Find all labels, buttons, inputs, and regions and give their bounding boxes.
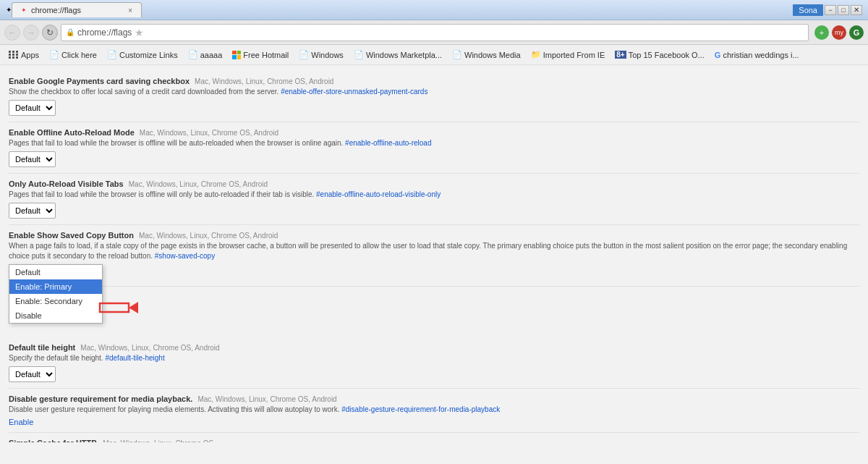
flag-desc: Specify the default tile height. #defaul…	[9, 353, 859, 363]
back-button[interactable]: ←	[4, 25, 20, 41]
add-page-button[interactable]: +	[814, 25, 829, 40]
bookmark-customize[interactable]: 📄 Customize Links	[103, 48, 182, 61]
browser-favicon: ✦	[6, 6, 12, 14]
minimize-button[interactable]: −	[825, 5, 836, 15]
nav-action-buttons: + my G	[814, 25, 864, 40]
bookmark-aaaaa[interactable]: 📄 aaaaa	[184, 48, 227, 61]
flag-platform: Mac, Windows, Linux, Chrome OS, Android	[195, 77, 333, 85]
flag-select-auto-reload-visible[interactable]: Default	[9, 203, 56, 219]
bookmark-label: Click here	[61, 51, 97, 59]
folder-icon: 📁	[531, 50, 541, 59]
refresh-button[interactable]: ↻	[42, 25, 58, 41]
hotmail-icon	[232, 51, 241, 59]
page-icon: 📄	[107, 50, 117, 59]
flag-select-tile-height[interactable]: Default	[9, 366, 56, 382]
content-area: Enable Google Payments card saving check…	[0, 65, 868, 442]
flag-platform: Mac, Windows, Linux, Chrome OS, Android	[129, 180, 268, 188]
close-button[interactable]: ✕	[851, 5, 862, 15]
flag-title: Enable Show Saved Copy Button	[9, 231, 134, 240]
lock-icon: 🔒	[66, 28, 75, 36]
bookmark-windows-marketplace[interactable]: 📄 Windows Marketpla...	[349, 48, 446, 61]
g-icon: G	[715, 51, 721, 59]
bookmark-label: christian weddings i...	[723, 51, 799, 59]
forward-button[interactable]: →	[23, 25, 39, 41]
flag-simple-cache: Simple Cache for HTTP. Mac, Windows, Lin…	[9, 433, 859, 442]
navigation-bar: ← → ↻ 🔒 chrome://flags ★ + my G	[0, 20, 868, 45]
flag-title: Simple Cache for HTTP.	[9, 439, 98, 442]
apps-label: Apps	[21, 51, 39, 59]
flag-platform: Mac, Windows, Linux, Chrome OS, Android	[140, 129, 278, 137]
flag-anchor[interactable]: #enable-offer-store-unmasked-payment-car…	[281, 88, 427, 96]
flag-desc: Show the checkbox to offer local saving …	[9, 87, 859, 97]
flag-auto-reload-visible: Only Auto-Reload Visible Tabs Mac, Windo…	[9, 174, 859, 225]
flag-anchor[interactable]: #enable-offline-auto-reload	[345, 139, 431, 147]
bookmark-label: Top 15 Facebook O...	[629, 51, 705, 59]
enable-gesture-link[interactable]: Enable	[9, 418, 33, 426]
flag-google-payments: Enable Google Payments card saving check…	[9, 71, 859, 122]
flag-title: Disable gesture requirement for media pl…	[9, 395, 192, 403]
flag-show-saved-copy: Enable Show Saved Copy Button Mac, Windo…	[9, 225, 859, 287]
flag-title: Enable Offline Auto-Reload Mode	[9, 128, 135, 137]
dropdown-option-enable-secondary[interactable]: Enable: Secondary	[9, 294, 102, 308]
bookmark-star-button[interactable]: ★	[135, 27, 144, 38]
svg-marker-1	[129, 302, 138, 313]
google-button[interactable]: G	[849, 25, 864, 40]
dropdown-option-enable-primary[interactable]: Enable: Primary	[9, 279, 102, 294]
flag-anchor[interactable]: #default-tile-height	[105, 354, 164, 362]
my-button[interactable]: my	[832, 25, 846, 40]
bookmark-imported-from-ie[interactable]: 📁 Imported From IE	[527, 48, 610, 61]
user-name: Sona	[793, 4, 823, 16]
bookmarks-apps[interactable]: Apps	[4, 49, 43, 61]
bookmark-label: Customize Links	[119, 51, 178, 59]
tab-favicon: ✦	[21, 7, 27, 14]
bookmark-hotmail[interactable]: Free Hotmail	[228, 49, 293, 61]
flag-select-google-payments[interactable]: Default	[9, 100, 56, 116]
flag-default-tile-height: Default tile height Mac, Windows, Linux,…	[9, 337, 859, 389]
bookmark-facebook[interactable]: 8+ Top 15 Facebook O...	[610, 49, 709, 61]
maximize-button[interactable]: □	[838, 5, 849, 15]
bookmark-windows-media[interactable]: 📄 Windows Media	[448, 48, 525, 61]
flags-list: Enable Google Payments card saving check…	[0, 65, 868, 442]
bookmark-label: Windows Media	[464, 51, 521, 59]
tab-title: chrome://flags	[31, 6, 124, 14]
flag-offline-auto-reload: Enable Offline Auto-Reload Mode Mac, Win…	[9, 122, 859, 174]
page-icon: 📄	[354, 50, 364, 59]
flag-select-offline-auto-reload[interactable]: Default	[9, 151, 56, 167]
address-bar[interactable]: 🔒 chrome://flags ★	[61, 24, 809, 41]
page-icon: 📄	[49, 50, 59, 59]
bookmark-windows[interactable]: 📄 Windows	[294, 48, 348, 61]
bookmark-christian-weddings[interactable]: G christian weddings i...	[710, 49, 804, 61]
flag-platform: Mac, Windows, Linux, Chrome OS, Android	[80, 344, 219, 352]
flag-desc: Pages that fail to load while the browse…	[9, 138, 859, 148]
bookmark-label: Windows Marketpla...	[366, 51, 442, 59]
bookmark-label: Free Hotmail	[243, 51, 289, 59]
flag-platform: Mac, Windows, Linux, Chrome OS, Android	[197, 395, 336, 403]
dropdown-option-default[interactable]: Default	[9, 265, 102, 279]
flag-anchor[interactable]: #disable-gesture-requirement-for-media-p…	[341, 405, 500, 413]
bookmark-label: Windows	[311, 51, 344, 59]
browser-tab[interactable]: ✦ chrome://flags ×	[12, 2, 142, 17]
page-icon: 📄	[299, 50, 309, 59]
bookmark-label: aaaaa	[200, 51, 223, 59]
title-bar: ✦ ✦ chrome://flags × Sona − □ ✕	[0, 0, 868, 20]
bookmark-label: Imported From IE	[543, 51, 605, 59]
flag-desc: Pages that fail to load while the browse…	[9, 190, 859, 200]
flag-desc: Disable user gesture requirement for pla…	[9, 405, 859, 415]
window-controls: − □ ✕	[825, 5, 862, 15]
flag-platform: Mac, Windows, Linux, Chrome OS	[103, 439, 213, 442]
flag-desc: When a page fails to load, if a stale co…	[9, 241, 859, 261]
page-icon: 8+	[615, 51, 626, 59]
flag-title: Default tile height	[9, 343, 75, 352]
flag-disable-gesture-media: Disable gesture requirement for media pl…	[9, 389, 859, 433]
flag-title: Only Auto-Reload Visible Tabs	[9, 180, 124, 188]
flag-anchor[interactable]: #show-saved-copy	[155, 252, 215, 260]
dropdown-option-disable[interactable]: Disable	[9, 308, 102, 323]
flag-title: Enable Google Payments card saving check…	[9, 77, 190, 85]
bookmark-click-here[interactable]: 📄 Click here	[45, 48, 101, 61]
apps-icon	[9, 51, 19, 59]
annotation-arrow-1	[98, 296, 142, 319]
page-icon: 📄	[188, 50, 198, 59]
svg-rect-0	[100, 303, 129, 312]
flag-anchor[interactable]: #enable-offline-auto-reload-visible-only	[316, 190, 441, 198]
tab-close-button[interactable]: ×	[128, 7, 132, 14]
